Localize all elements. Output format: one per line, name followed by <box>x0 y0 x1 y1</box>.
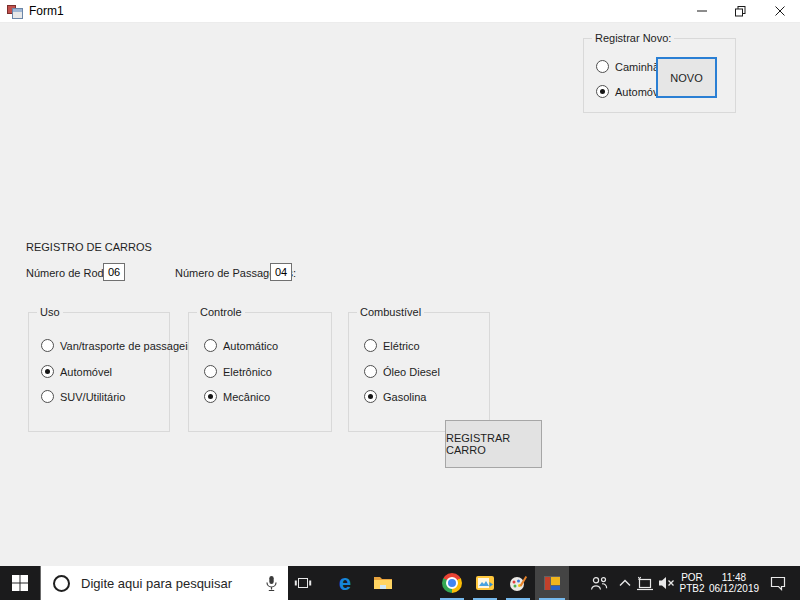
winforms-app-icon <box>7 4 22 18</box>
clock[interactable]: 11:48 06/12/2019 <box>708 566 760 600</box>
chevron-up-icon <box>619 579 631 587</box>
groupbox-combustivel: Combustível Elétrico Óleo Diesel Gasolin… <box>348 312 490 432</box>
groupbox-title: Combustível <box>357 306 424 318</box>
radio-circle-icon <box>41 339 54 352</box>
paint3d-button[interactable] <box>502 566 534 600</box>
file-explorer-icon <box>373 575 393 591</box>
show-hidden-icons-button[interactable] <box>615 566 635 600</box>
file-explorer-button[interactable] <box>366 566 400 600</box>
task-view-icon <box>294 575 312 591</box>
photos-button[interactable] <box>469 566 501 600</box>
cortana-icon[interactable] <box>53 575 70 592</box>
network-button[interactable] <box>635 566 655 600</box>
winforms-app-icon <box>542 573 562 593</box>
radio-label: Mecânico <box>223 391 270 403</box>
edge-icon: e <box>339 573 351 593</box>
taskbar: e <box>0 566 800 600</box>
radio-circle-icon <box>364 390 377 403</box>
radio-eletronico[interactable]: Eletrônico <box>204 365 272 378</box>
action-center-icon <box>769 575 787 591</box>
language-code: POR <box>679 572 704 583</box>
radio-gasolina[interactable]: Gasolina <box>364 390 426 403</box>
radio-circle-icon <box>204 339 217 352</box>
search-input[interactable] <box>79 575 265 592</box>
groupbox-title: Controle <box>197 306 245 318</box>
groupbox-controle: Controle Automático Eletrônico Mecânico <box>188 312 332 432</box>
ethernet-network-icon <box>636 576 654 591</box>
radio-suv[interactable]: SUV/Utilitário <box>41 390 125 403</box>
keyboard-layout: PTB2 <box>679 583 704 594</box>
page-title: REGISTRO DE CARROS <box>26 241 152 253</box>
radio-mecanico[interactable]: Mecânico <box>204 390 270 403</box>
close-button[interactable] <box>760 0 799 22</box>
paint3d-icon <box>508 573 528 593</box>
restore-icon <box>735 6 746 17</box>
registrar-carro-button[interactable]: REGISTRAR CARRO <box>445 420 542 468</box>
chrome-button[interactable] <box>436 566 468 600</box>
photos-icon <box>475 574 495 592</box>
start-button[interactable] <box>0 566 40 600</box>
volume-muted-icon <box>657 576 675 590</box>
radio-van[interactable]: Van/trasporte de passageiros <box>41 339 203 352</box>
radio-label: Van/trasporte de passageiros <box>60 340 203 352</box>
groupbox-title: Uso <box>37 306 63 318</box>
radio-oleo-diesel[interactable]: Óleo Diesel <box>364 365 440 378</box>
radio-circle-icon <box>596 60 609 73</box>
radio-label: Óleo Diesel <box>383 366 440 378</box>
radio-circle-icon <box>41 365 54 378</box>
radio-circle-icon <box>364 339 377 352</box>
people-button[interactable] <box>586 566 612 600</box>
task-view-button[interactable] <box>288 566 318 600</box>
form1-app-button[interactable] <box>535 566 569 600</box>
radio-circle-icon <box>204 365 217 378</box>
radio-circle-icon <box>596 85 609 98</box>
windows-logo-icon <box>12 575 28 591</box>
radio-label: Elétrico <box>383 340 420 352</box>
restore-button[interactable] <box>721 0 760 22</box>
radio-caminhao[interactable]: Caminhão <box>596 60 665 73</box>
radio-automatico[interactable]: Automático <box>204 339 278 352</box>
radio-automovel-uso[interactable]: Automóvel <box>41 365 112 378</box>
edge-button[interactable]: e <box>328 566 362 600</box>
radio-circle-icon <box>204 390 217 403</box>
radio-label: Eletrônico <box>223 366 272 378</box>
window-titlebar: Form1 <box>0 0 800 23</box>
radio-label: Gasolina <box>383 391 426 403</box>
groupbox-uso: Uso Van/trasporte de passageiros Automóv… <box>28 312 170 432</box>
chrome-icon <box>442 573 462 593</box>
language-indicator[interactable]: POR PTB2 <box>677 566 707 600</box>
date-text: 06/12/2019 <box>709 583 759 594</box>
radio-circle-icon <box>41 390 54 403</box>
time-text: 11:48 <box>709 572 759 583</box>
microphone-icon[interactable] <box>265 575 278 592</box>
radio-label: Automóvel <box>60 366 112 378</box>
radio-circle-icon <box>364 365 377 378</box>
radio-label: SUV/Utilitário <box>60 391 125 403</box>
people-icon <box>589 576 609 591</box>
action-center-button[interactable] <box>762 566 794 600</box>
wheels-input[interactable] <box>103 263 125 281</box>
desktop: Form1 Registrar Novo: Caminhão Automóvel… <box>0 0 800 600</box>
minimize-icon <box>697 10 707 12</box>
volume-button[interactable] <box>655 566 677 600</box>
groupbox-registrar-novo: Registrar Novo: Caminhão Automóvel NOVO <box>583 38 736 113</box>
novo-button[interactable]: NOVO <box>656 57 717 98</box>
radio-label: Automático <box>223 340 278 352</box>
groupbox-title: Registrar Novo: <box>592 32 674 44</box>
passengers-input[interactable] <box>270 263 292 281</box>
taskbar-search[interactable] <box>40 566 288 600</box>
minimize-button[interactable] <box>682 0 721 22</box>
radio-eletrico[interactable]: Elétrico <box>364 339 420 352</box>
close-icon <box>775 6 785 16</box>
window-title: Form1 <box>29 4 64 18</box>
